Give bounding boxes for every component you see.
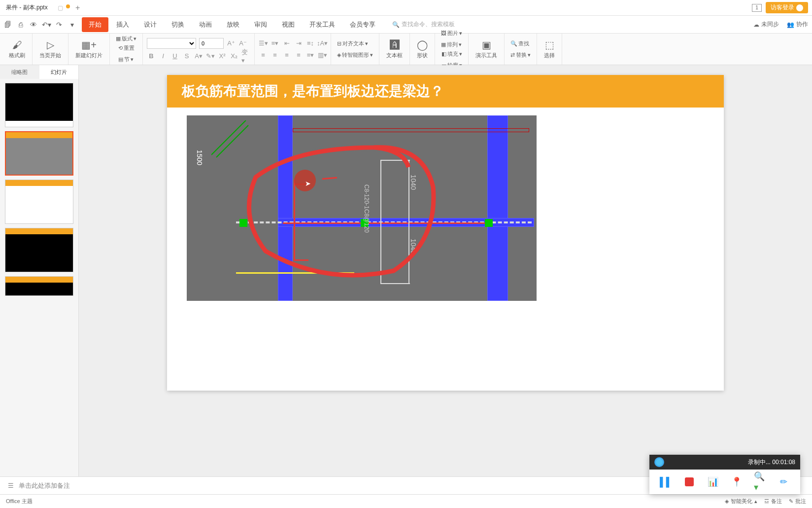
- theme-label: Office 主题: [6, 498, 33, 505]
- add-slide-button[interactable]: +: [0, 306, 79, 476]
- outline-tab[interactable]: 缩略图: [0, 65, 39, 79]
- menu-bar: 🗐 ⎙ 👁 ↶▾ ↷ ▾ 开始 插入 设计 切换 动画 放映 审阅 视图 开发工…: [0, 16, 812, 34]
- tab-start[interactable]: 开始: [82, 17, 108, 32]
- smart-beautify-button[interactable]: ◈智能美化 ▴: [725, 498, 757, 505]
- dim-1040-top: 1040: [409, 175, 417, 190]
- image-icon: 🖼: [441, 30, 446, 36]
- guest-login-button[interactable]: 访客登录: [766, 2, 808, 13]
- slide-panel: 缩略图 幻灯片 +: [0, 65, 79, 476]
- replace-button[interactable]: ⇄替换▾: [508, 50, 533, 60]
- textbox-icon: 🅰: [390, 39, 400, 51]
- slide-thumb-3[interactable]: [5, 180, 73, 224]
- bold-button[interactable]: B: [147, 52, 156, 61]
- zoom-tool-button[interactable]: 🔍▾: [754, 476, 766, 488]
- align-right-button[interactable]: ≡: [282, 51, 291, 60]
- redo-icon[interactable]: ↷: [55, 21, 63, 29]
- font-color-button[interactable]: A▾: [194, 52, 203, 61]
- sync-status[interactable]: ☁未同步: [753, 20, 779, 29]
- marker-tool-button[interactable]: 📍: [731, 476, 743, 488]
- notes-toggle-button[interactable]: ☲备注: [764, 498, 782, 505]
- align-text-button[interactable]: ⊟对齐文本▾: [335, 39, 375, 48]
- annotation-circle: [236, 143, 443, 286]
- window-count-icon[interactable]: 1: [752, 4, 762, 12]
- tab-design[interactable]: 设计: [137, 17, 164, 32]
- thumbnails-tab[interactable]: 幻灯片: [39, 65, 79, 79]
- increase-indent-button[interactable]: ⇥: [294, 39, 303, 48]
- align-left-button[interactable]: ≡: [259, 51, 268, 60]
- slide-thumb-4[interactable]: [5, 228, 73, 272]
- highlight-button[interactable]: ✎▾: [206, 52, 215, 61]
- recording-widget[interactable]: 录制中... 00:01:08 ▌▌ 📊 📍 🔍▾ ✏: [649, 455, 800, 494]
- decrease-indent-button[interactable]: ⇤: [282, 39, 291, 48]
- slide-thumb-1[interactable]: [5, 83, 73, 127]
- numbering-button[interactable]: ≡▾: [271, 39, 279, 48]
- smartart-button[interactable]: ◈转智能图形▾: [335, 50, 375, 60]
- image-button[interactable]: 🖼图片▾: [439, 29, 464, 38]
- tab-devtools[interactable]: 开发工具: [303, 17, 342, 32]
- file-tab[interactable]: 果件 - 副本.pptx: [0, 3, 54, 12]
- tab-member[interactable]: 会员专享: [343, 17, 382, 32]
- notes-placeholder: 单击此处添加备注: [19, 481, 70, 490]
- align-center-button[interactable]: ≡: [271, 51, 279, 60]
- tab-slideshow[interactable]: 放映: [220, 17, 246, 32]
- diag-lines-icon: [211, 120, 251, 160]
- fill-button[interactable]: ◧填充▾: [440, 49, 464, 59]
- slide-thumb-2[interactable]: [5, 131, 73, 176]
- from-current-button[interactable]: ▷ 当页开始: [36, 39, 64, 59]
- textbox-button[interactable]: 🅰 文本框: [383, 39, 406, 59]
- slide-canvas[interactable]: 板负筋布置范围，是布置到板边还是梁边？: [79, 65, 812, 476]
- arrange-button[interactable]: ▦排列▾: [439, 40, 464, 49]
- section-button[interactable]: ▤节▾: [116, 55, 136, 64]
- new-slide-button[interactable]: ▦+ 新建幻灯片: [72, 39, 105, 59]
- text-direction-button[interactable]: ↕A▾: [318, 39, 327, 48]
- justify-button[interactable]: ≡: [294, 51, 303, 60]
- camera-icon: [654, 457, 664, 467]
- italic-button[interactable]: I: [159, 52, 168, 61]
- tab-view[interactable]: 视图: [275, 17, 302, 32]
- pause-button[interactable]: ▌▌: [660, 476, 672, 488]
- increase-font-icon[interactable]: A⁺: [227, 39, 236, 48]
- bullets-button[interactable]: ☰▾: [259, 39, 268, 48]
- qat-dropdown-icon[interactable]: ▾: [68, 21, 76, 29]
- columns-button[interactable]: ▥▾: [318, 51, 327, 60]
- change-case-button[interactable]: 变▾: [241, 52, 250, 61]
- subscript-button[interactable]: X₂: [230, 52, 238, 61]
- present-tool-button[interactable]: ▣ 演示工具: [473, 39, 500, 59]
- reset-button[interactable]: ⟲重置: [116, 43, 136, 53]
- strike-button[interactable]: S: [182, 52, 191, 61]
- find-button[interactable]: 🔍查找: [508, 39, 533, 48]
- font-size-input[interactable]: [199, 38, 224, 49]
- tab-review[interactable]: 审阅: [247, 17, 274, 32]
- line-spacing-button[interactable]: ≡↕: [306, 39, 315, 48]
- tab-insert[interactable]: 插入: [109, 17, 136, 32]
- notes-toggle-icon: ☲: [764, 498, 769, 505]
- collaborate-button[interactable]: 👥协作: [787, 20, 808, 29]
- pen-tool-button[interactable]: ✏: [778, 476, 789, 488]
- notes-icon: ☰: [8, 482, 14, 489]
- shape-button[interactable]: ◯ 形状: [414, 39, 431, 59]
- stop-button[interactable]: [683, 476, 695, 488]
- cloud-icon: ☁: [753, 21, 759, 28]
- preview-icon[interactable]: 👁: [30, 21, 37, 29]
- layout-button[interactable]: ▦版式▾: [114, 34, 138, 43]
- chart-tool-button[interactable]: 📊: [707, 476, 719, 488]
- comments-toggle-button[interactable]: ✎批注: [789, 498, 806, 505]
- undo-icon[interactable]: ↶▾: [42, 21, 50, 29]
- command-search[interactable]: 🔍 查找命令、搜索模板: [392, 20, 455, 29]
- format-painter-button[interactable]: 🖌 格式刷: [6, 39, 28, 59]
- tab-animation[interactable]: 动画: [192, 17, 219, 32]
- decrease-font-icon[interactable]: A⁻: [238, 39, 247, 48]
- save-icon[interactable]: 🗐: [4, 21, 12, 29]
- select-button[interactable]: ⬚ 选择: [541, 39, 558, 59]
- align-text-icon: ⊟: [337, 40, 341, 47]
- underline-button[interactable]: U: [170, 52, 179, 61]
- dim-1040-bot: 1040: [409, 239, 417, 254]
- font-family-select[interactable]: [147, 38, 196, 49]
- new-tab-button[interactable]: +: [70, 3, 86, 12]
- superscript-button[interactable]: X²: [218, 52, 227, 61]
- tab-transition[interactable]: 切换: [165, 17, 191, 32]
- ribbon-tabs: 开始 插入 设计 切换 动画 放映 审阅 视图 开发工具 会员专享: [82, 17, 382, 32]
- print-icon[interactable]: ⎙: [17, 21, 25, 29]
- slide-thumb-5[interactable]: [5, 276, 73, 296]
- distribute-button[interactable]: ≡▾: [306, 51, 315, 60]
